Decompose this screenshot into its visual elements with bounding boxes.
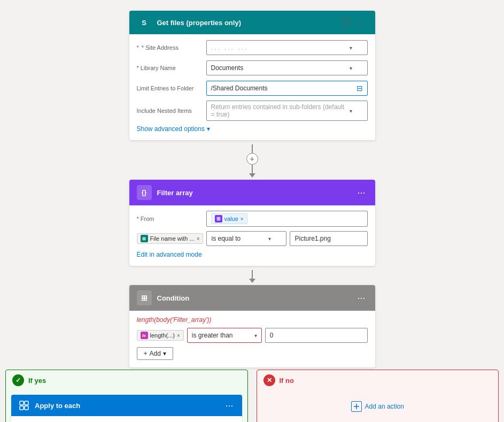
svg-rect-3: [25, 406, 28, 410]
filter-menu-button[interactable]: ···: [355, 187, 367, 198]
svg-rect-0: [20, 401, 24, 405]
value-token-close[interactable]: ×: [241, 216, 244, 222]
branch-no-label: If no: [280, 377, 294, 385]
filename-token: ⊞ File name with ... ×: [137, 233, 204, 244]
folder-icon: ⊟: [356, 84, 363, 93]
nested-chevron: ▾: [350, 108, 352, 114]
operator-chevron: ▾: [268, 236, 271, 242]
get-files-header: S Get files (properties only) ? ···: [129, 11, 375, 34]
apply-to-each-header: Apply to each ···: [11, 395, 242, 416]
library-name-dropdown[interactable]: Documents ▾: [206, 60, 368, 75]
from-box[interactable]: ⊞ value ×: [206, 211, 368, 227]
condition-value-input[interactable]: 0: [265, 328, 368, 343]
connector-arrow-1: [249, 173, 255, 178]
branch-yes-body: Apply to each ··· * Select an output fro…: [6, 390, 247, 422]
limit-folder-control: /Shared Documents ⊟: [206, 81, 368, 96]
length-token-icon: fx: [141, 332, 148, 339]
get-files-help-icon[interactable]: ?: [341, 18, 351, 27]
apply-icon: [18, 399, 30, 412]
condition-actions: ···: [355, 292, 367, 304]
nested-items-dropdown[interactable]: Return entries contained in sub-folders …: [206, 101, 368, 121]
add-action-button[interactable]: Add an action: [262, 395, 493, 418]
branch-yes-header: ✓ If yes: [6, 370, 247, 390]
connector-plus-1[interactable]: +: [246, 153, 258, 165]
library-name-row: * Library Name Documents ▾: [137, 60, 368, 76]
branch-yes-label: If yes: [28, 377, 46, 385]
site-address-dropdown[interactable]: ... ... ... ▾: [206, 40, 368, 55]
add-chevron: ▾: [163, 350, 166, 357]
branch-no-icon: ✕: [263, 374, 275, 386]
filter-actions: ···: [355, 187, 367, 198]
length-token-close[interactable]: ×: [177, 333, 180, 339]
apply-actions: ···: [223, 400, 235, 411]
filter-condition-row: ⊞ File name with ... × is equal to ▾ Pic…: [137, 231, 368, 246]
filter-array-header: {} Filter array ···: [129, 180, 375, 205]
get-files-menu-button[interactable]: ···: [355, 17, 367, 28]
nested-items-label: Include Nested Items: [137, 108, 206, 114]
nested-items-control: Return entries contained in sub-folders …: [206, 101, 368, 121]
condition-value-row: fx length(...) × is greater than ▾ 0: [137, 328, 368, 343]
branch-no: ✕ If no Add an action: [257, 370, 499, 422]
condition-operator-chevron: ▾: [254, 333, 257, 339]
from-control: ⊞ value ×: [206, 211, 368, 227]
connector-2: [242, 270, 263, 283]
value-token: ⊞ value ×: [211, 213, 247, 224]
branch-no-body: Add an action: [257, 390, 499, 422]
get-files-card: S Get files (properties only) ? ··· * * …: [129, 11, 375, 140]
add-row: + Add ▾: [137, 347, 368, 360]
show-advanced-link[interactable]: Show advanced options ▾: [137, 125, 368, 133]
apply-title: Apply to each: [35, 402, 223, 410]
branches-container: ✓ If yes: [0, 370, 504, 422]
filename-token-close[interactable]: ×: [197, 236, 200, 242]
condition-expression: length(body('Filter_array')): [137, 316, 368, 324]
add-condition-button[interactable]: + Add ▾: [137, 347, 173, 360]
limit-folder-row: Limit Entries to Folder /Shared Document…: [137, 80, 368, 96]
site-address-chevron: ▾: [350, 45, 352, 51]
condition-title: Condition: [157, 294, 355, 302]
limit-folder-input[interactable]: /Shared Documents ⊟: [206, 81, 368, 96]
library-name-control: Documents ▾: [206, 60, 368, 75]
svg-rect-1: [25, 401, 28, 405]
connector-1: +: [242, 144, 263, 178]
get-files-body: * * Site Address ... ... ... ▾ * Library…: [129, 34, 375, 140]
branch-yes: ✓ If yes: [5, 370, 248, 422]
add-action-icon: [351, 401, 362, 412]
connector-line-2: [252, 270, 253, 279]
add-action-label: Add an action: [365, 403, 404, 410]
filename-token-icon: ⊞: [141, 235, 148, 242]
condition-card: ⊞ Condition ··· length(body('Filter_arra…: [129, 285, 375, 367]
operator-dropdown[interactable]: is equal to ▾: [206, 231, 286, 246]
apply-menu-button[interactable]: ···: [223, 400, 235, 411]
filter-array-card: {} Filter array ··· * From ⊞: [129, 180, 375, 266]
filter-value-input[interactable]: Picture1.png: [290, 231, 367, 246]
site-address-control: ... ... ... ▾: [206, 40, 368, 55]
sharepoint-get-icon: S: [137, 15, 152, 30]
length-token: fx length(...) ×: [137, 330, 184, 341]
library-chevron: ▾: [350, 65, 352, 71]
advanced-chevron: ▾: [207, 125, 210, 133]
filter-array-title: Filter array: [157, 189, 355, 197]
get-files-title: Get files (properties only): [157, 19, 342, 27]
from-row: * From ⊞ value ×: [137, 211, 368, 227]
nested-items-row: Include Nested Items Return entries cont…: [137, 101, 368, 121]
site-address-row: * * Site Address ... ... ... ▾: [137, 40, 368, 56]
condition-header: ⊞ Condition ···: [129, 285, 375, 311]
connector-line-1: [252, 144, 253, 153]
svg-rect-2: [20, 406, 24, 410]
connector-arrow-2: [249, 279, 255, 283]
edit-advanced-link[interactable]: Edit in advanced mode: [137, 251, 202, 258]
connector-line-1b: [252, 165, 253, 173]
site-address-label: * * Site Address: [137, 44, 206, 51]
condition-body: length(body('Filter_array')) fx length(.…: [129, 311, 375, 367]
value-token-icon: ⊞: [215, 215, 222, 222]
condition-menu-button[interactable]: ···: [355, 292, 367, 304]
filter-array-body: * From ⊞ value ×: [129, 205, 375, 266]
condition-operator-dropdown[interactable]: is greater than ▾: [187, 328, 262, 343]
branch-no-header: ✕ If no: [257, 370, 499, 390]
apply-to-each-card: Apply to each ··· * Select an output fro…: [11, 395, 242, 422]
from-label: * From: [137, 216, 206, 222]
condition-icon: ⊞: [137, 290, 152, 305]
library-name-label: * Library Name: [137, 65, 206, 71]
filter-icon: {}: [137, 185, 152, 200]
get-files-actions: ? ···: [341, 17, 367, 28]
